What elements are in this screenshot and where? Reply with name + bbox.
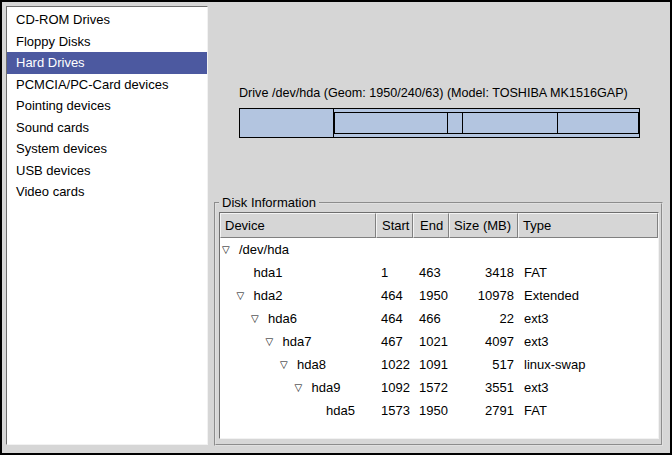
device-cell: ▽hda1 [220, 261, 376, 284]
partition-segment-hda2-extended [334, 109, 639, 137]
start-cell: 1 [376, 261, 413, 284]
type-cell: Extended [518, 284, 658, 307]
size-cell: 22 [449, 307, 518, 330]
column-header-type[interactable]: Type [518, 213, 658, 238]
device-name: hda8 [297, 353, 326, 376]
device-cell: ▽hda8 [220, 353, 376, 376]
table-row-hda1[interactable]: ▽hda114633418FAT [220, 261, 658, 284]
start-cell: 464 [376, 307, 413, 330]
device-cell: ▽hda5 [220, 399, 376, 422]
size-cell: 3418 [449, 261, 518, 284]
device-name: hda2 [254, 284, 283, 307]
table-row-dev-hda[interactable]: ▽/dev/hda [220, 238, 658, 261]
size-cell [449, 238, 518, 261]
type-cell [518, 238, 658, 261]
partition-segment-hda5 [558, 113, 638, 133]
size-cell: 517 [449, 353, 518, 376]
partition-segment-hda9 [463, 113, 559, 133]
table-header-row: Device Start End Size (MB) Type [220, 213, 658, 238]
size-cell: 2791 [449, 399, 518, 422]
hardware-browser-window: CD-ROM DrivesFloppy DisksHard DrivesPCMC… [0, 0, 672, 455]
device-name: hda5 [326, 399, 355, 422]
size-cell: 10978 [449, 284, 518, 307]
device-name: hda6 [268, 307, 297, 330]
type-cell: ext3 [518, 376, 658, 399]
table-row-hda5[interactable]: ▽hda5157319502791FAT [220, 399, 658, 422]
partition-segment-hda8 [448, 113, 463, 133]
partition-segment-hda1 [240, 109, 334, 137]
sidebar-item-system-devices[interactable]: System devices [7, 138, 207, 160]
column-header-end[interactable]: End [413, 213, 449, 238]
sidebar-item-cd-rom-drives[interactable]: CD-ROM Drives [7, 9, 207, 31]
disk-information-table[interactable]: Device Start End Size (MB) Type ▽/dev/hd… [219, 212, 659, 439]
partition-diagram [239, 108, 640, 138]
start-cell: 1022 [376, 353, 413, 376]
table-row-hda2[interactable]: ▽hda2464195010978Extended [220, 284, 658, 307]
sidebar-item-usb-devices[interactable]: USB devices [7, 160, 207, 182]
type-cell: ext3 [518, 307, 658, 330]
column-header-size[interactable]: Size (MB) [449, 213, 518, 238]
tree-expander-icon[interactable]: ▽ [295, 383, 312, 393]
table-body: ▽/dev/hda▽hda114633418FAT▽hda24641950109… [220, 238, 658, 422]
device-name: hda1 [254, 261, 283, 284]
disk-information-frame: Disk Information Device Start End Size (… [214, 202, 663, 446]
tree-expander-icon[interactable]: ▽ [237, 291, 254, 301]
type-cell: FAT [518, 399, 658, 422]
tree-expander-icon[interactable]: ▽ [251, 314, 268, 324]
sidebar-item-pcmcia-pc-card-devices[interactable]: PCMCIA/PC-Card devices [7, 74, 207, 96]
sidebar-item-hard-drives[interactable]: Hard Drives [7, 52, 207, 74]
end-cell: 1950 [413, 399, 449, 422]
table-row-hda9[interactable]: ▽hda9109215723551ext3 [220, 376, 658, 399]
sidebar-item-floppy-disks[interactable]: Floppy Disks [7, 31, 207, 53]
end-cell: 1950 [413, 284, 449, 307]
type-cell: FAT [518, 261, 658, 284]
size-cell: 4097 [449, 330, 518, 353]
tree-expander-icon[interactable]: ▽ [280, 360, 297, 370]
table-row-hda6[interactable]: ▽hda646446622ext3 [220, 307, 658, 330]
tree-expander-icon[interactable]: ▽ [222, 245, 239, 255]
device-name: hda9 [312, 376, 341, 399]
start-cell: 464 [376, 284, 413, 307]
device-name: /dev/hda [239, 238, 289, 261]
column-header-start[interactable]: Start [376, 213, 413, 238]
device-name: hda7 [283, 330, 312, 353]
device-cell: ▽hda7 [220, 330, 376, 353]
size-cell: 3551 [449, 376, 518, 399]
sidebar-item-video-cards[interactable]: Video cards [7, 181, 207, 203]
sidebar-item-sound-cards[interactable]: Sound cards [7, 117, 207, 139]
partition-segment-hda7 [335, 113, 448, 133]
drive-title: Drive /dev/hda (Geom: 1950/240/63) (Mode… [239, 86, 649, 100]
device-cell: ▽hda6 [220, 307, 376, 330]
device-cell: ▽hda9 [220, 376, 376, 399]
end-cell: 463 [413, 261, 449, 284]
start-cell: 467 [376, 330, 413, 353]
disk-information-label: Disk Information [219, 195, 319, 210]
type-cell: ext3 [518, 330, 658, 353]
end-cell [413, 238, 449, 261]
column-header-device[interactable]: Device [220, 213, 376, 238]
device-cell: ▽/dev/hda [220, 238, 376, 261]
device-cell: ▽hda2 [220, 284, 376, 307]
end-cell: 1572 [413, 376, 449, 399]
table-row-hda7[interactable]: ▽hda746710214097ext3 [220, 330, 658, 353]
sidebar-item-pointing-devices[interactable]: Pointing devices [7, 95, 207, 117]
end-cell: 1021 [413, 330, 449, 353]
start-cell: 1573 [376, 399, 413, 422]
start-cell [376, 238, 413, 261]
start-cell: 1092 [376, 376, 413, 399]
extended-partition-inner [334, 112, 639, 134]
tree-expander-icon[interactable]: ▽ [266, 337, 283, 347]
device-category-list[interactable]: CD-ROM DrivesFloppy DisksHard DrivesPCMC… [6, 6, 208, 445]
table-row-hda8[interactable]: ▽hda810221091517linux-swap [220, 353, 658, 376]
end-cell: 466 [413, 307, 449, 330]
end-cell: 1091 [413, 353, 449, 376]
type-cell: linux-swap [518, 353, 658, 376]
